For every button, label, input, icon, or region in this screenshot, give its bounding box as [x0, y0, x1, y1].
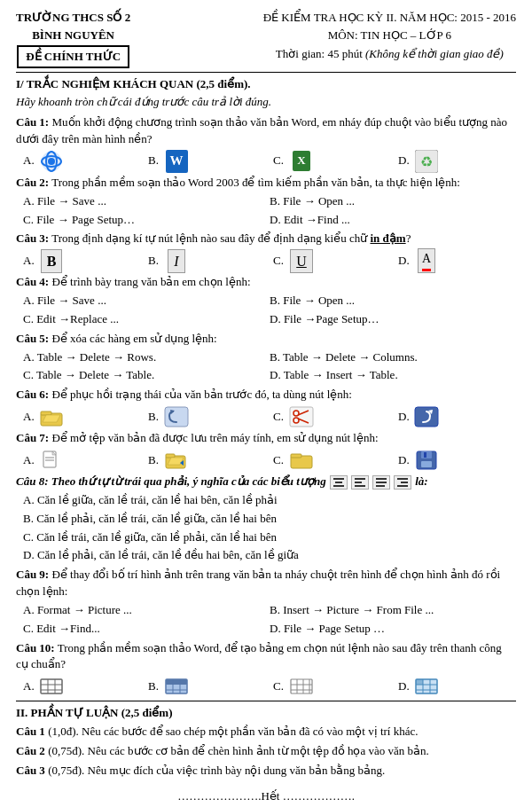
scissors-icon	[289, 406, 314, 427]
q1-num: Câu 1:	[16, 115, 49, 129]
q3-text: Trong định dạng kí tự nút lệnh nào sau đ…	[51, 231, 411, 245]
svg-text:♻: ♻	[420, 154, 433, 169]
q9-text: Để thay đổi bố trí hình ảnh trên trang v…	[16, 568, 500, 598]
exam-line1: ĐỀ KIỂM TRA HỌC KỲ II. NĂM HỌC: 2015 - 2…	[263, 9, 516, 27]
q4-text: Để trình bày trang văn bản em chọn lệnh:	[51, 275, 250, 288]
q1-ans-b: B. W	[148, 151, 273, 172]
section-divider	[16, 701, 516, 701]
q9-answers: A. Format → Picture ... B. Insert → Pict…	[23, 602, 516, 638]
q6-ans-c: C.	[273, 406, 398, 427]
q7-ans-d: D.	[398, 450, 523, 471]
q3-ans-d: D. A	[398, 250, 523, 271]
essay-q3: Câu 3 (0,75đ). Nêu mục đích của việc trì…	[16, 763, 516, 780]
q8-text: Theo thứ tự từ trái qua phải, ý nghĩa củ…	[51, 474, 329, 488]
q5-answers: A. Table → Delete → Rows. B. Table → Del…	[23, 349, 516, 385]
time-text: Thời gian: 45 phút	[276, 47, 363, 60]
excel-icon: X	[289, 151, 314, 172]
undo-icon	[164, 406, 189, 427]
essay-q3-text: Câu 3 (0,75đ). Nêu mục đích của việc trì…	[16, 763, 516, 780]
time-info: Thời gian: 45 phút (Không kể thời gian g…	[263, 45, 516, 63]
q2-answers: A. File → Save ... B. File → Open ... C.…	[23, 193, 516, 229]
q8-is-text: là:	[415, 474, 427, 488]
svg-rect-28	[421, 461, 432, 467]
q4-num: Câu 4:	[16, 275, 49, 288]
q8-answers: A. Căn lề giữa, căn lề trái, căn lề hai …	[23, 492, 516, 564]
q10-num: Câu 10:	[16, 641, 55, 654]
q1-ans-d: D. ♻	[398, 151, 523, 172]
svg-rect-10	[290, 407, 313, 427]
header: TRƯỜNG THCS SỐ 2 BÌNH NGUYÊN ĐỀ CHÍNH TH…	[16, 9, 516, 68]
q4-answers: A. File → Save ... B. File → Open ... C.…	[23, 293, 516, 328]
font-color-icon: A	[414, 250, 439, 271]
svg-rect-51	[416, 679, 423, 685]
question-7: Câu 7: Để mở tệp văn bản đã được lưu trê…	[16, 430, 516, 471]
q7-text: Để mở tệp văn bản đã được lưu trên máy t…	[51, 431, 378, 444]
folder-icon	[289, 450, 314, 471]
question-4: Câu 4: Để trình bày trang văn bản em chọ…	[16, 274, 516, 328]
q3-ans-c: C. U	[273, 250, 398, 271]
q1-icons: A. B. W C. X	[23, 151, 523, 172]
q10-icons: A. B.	[23, 676, 523, 697]
time-note: (Không kể thời gian giao đề)	[365, 47, 504, 60]
question-8: Câu 8: Theo thứ tự từ trái qua phải, ý n…	[16, 474, 516, 564]
essay-q1: Câu 1 (1,0đ). Nêu các bước để sao chép m…	[16, 724, 516, 740]
essay-q2: Câu 2 (0,75đ). Nêu các bước cơ bản để ch…	[16, 743, 516, 760]
q1-ans-a: A.	[23, 151, 148, 172]
q6-num: Câu 6:	[16, 388, 49, 401]
q3-ans-a: A. B	[23, 250, 148, 271]
question-6: Câu 6: Để phục hồi trạng thái của văn bả…	[16, 387, 516, 427]
q6-text: Để phục hồi trạng thái của văn bản trước…	[51, 388, 351, 401]
q7-ans-b: B.	[148, 450, 273, 471]
bold-button-icon: B	[39, 250, 64, 271]
svg-rect-15	[415, 407, 438, 427]
q1-ans-c: C. X	[273, 151, 398, 172]
q9-num: Câu 9:	[16, 568, 49, 581]
end-text: ………………….Hết ……………….	[177, 789, 355, 803]
q8-align-icons	[329, 475, 412, 490]
section2-title: II. PHẦN TỰ LUẬN (2,5 điểm)	[16, 705, 516, 722]
q3-icons: A. B B. I C. U D. A	[23, 250, 523, 271]
svg-rect-36	[166, 679, 187, 685]
essay-q1-text: Câu 1 (1,0đ). Nêu các bước để sao chép m…	[16, 724, 516, 740]
official-label: ĐỀ CHÍNH THỨC	[17, 45, 129, 68]
q3-num: Câu 3:	[16, 231, 49, 245]
q6-ans-b: B.	[148, 406, 273, 427]
q8-num: Câu 8:	[16, 474, 48, 488]
q6-ans-a: A.	[23, 406, 148, 427]
school-line1: TRƯỜNG THCS SỐ 2	[16, 9, 130, 27]
svg-rect-29	[424, 452, 426, 458]
q2-num: Câu 2:	[16, 176, 49, 189]
svg-rect-30	[41, 679, 62, 693]
q7-ans-a: A.	[23, 450, 148, 471]
redo-icon	[414, 406, 439, 427]
q6-icons: A. B.	[23, 406, 523, 427]
q10-text: Trong phần mềm soạn thảo Word, để tạo bả…	[16, 641, 502, 671]
exam-info: ĐỀ KIỂM TRA HỌC KỲ II. NĂM HỌC: 2015 - 2…	[263, 9, 516, 63]
q7-icons: A. B.	[23, 450, 523, 471]
table-icon-d	[414, 676, 439, 697]
ie-icon	[39, 151, 64, 172]
essay-q2-text: Câu 2 (0,75đ). Nêu các bước cơ bản để ch…	[16, 743, 516, 760]
question-10: Câu 10: Trong phần mềm soạn thảo Word, đ…	[16, 640, 516, 698]
q10-ans-d: D.	[398, 676, 523, 697]
page-container: TRƯỜNG THCS SỐ 2 BÌNH NGUYÊN ĐỀ CHÍNH TH…	[16, 9, 516, 805]
q1-text: Muốn khởi động chương trình soạn thảo vă…	[16, 115, 507, 145]
folder-open-icon	[39, 406, 64, 427]
svg-point-3	[48, 158, 55, 165]
q5-num: Câu 5:	[16, 332, 49, 345]
school-line2: BÌNH NGUYÊN	[16, 27, 130, 44]
q10-ans-b: B.	[148, 676, 273, 697]
italic-button-icon: I	[164, 250, 189, 271]
table-icon-c	[289, 676, 314, 697]
open-file-icon	[164, 450, 189, 471]
svg-rect-22	[166, 454, 175, 458]
table-icon-b	[164, 676, 189, 697]
section1-title: I/ TRẮC NGHIỆM KHÁCH QUAN (2,5 điểm).	[16, 76, 516, 93]
question-9: Câu 9: Để thay đổi bố trí hình ảnh trên …	[16, 567, 516, 637]
q10-ans-a: A.	[23, 676, 148, 697]
q3-ans-b: B. I	[148, 250, 273, 271]
q2-text: Trong phần mềm soạn thảo Word 2003 để tì…	[51, 176, 460, 189]
q10-ans-c: C.	[273, 676, 398, 697]
word-icon: W	[164, 151, 189, 172]
q7-ans-c: C.	[273, 450, 398, 471]
